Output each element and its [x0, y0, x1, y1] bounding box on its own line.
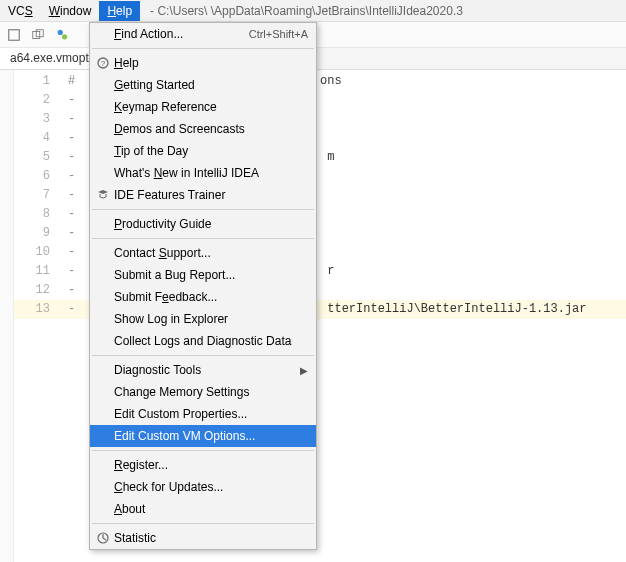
svg-point-4 — [62, 34, 67, 39]
menu-item-contact-support[interactable]: Contact Support... — [90, 242, 316, 264]
line-number: 2 — [14, 91, 60, 110]
menu-item-show-log[interactable]: Show Log in Explorer — [90, 308, 316, 330]
menu-item-tip-of-day[interactable]: Tip of the Day — [90, 140, 316, 162]
line-gutter: 1 2 3 4 5 6 7 8 9 10 11 12 13 — [14, 70, 60, 562]
line-number: 4 — [14, 129, 60, 148]
line-number: 7 — [14, 186, 60, 205]
submenu-arrow-icon: ▶ — [300, 365, 308, 376]
menu-item-whats-new[interactable]: What's New in IntelliJ IDEA — [90, 162, 316, 184]
menu-separator — [92, 209, 314, 210]
tool-icon-a[interactable] — [4, 25, 24, 45]
menu-item-bug-report[interactable]: Submit a Bug Report... — [90, 264, 316, 286]
menu-item-getting-started[interactable]: Getting Started — [90, 74, 316, 96]
menu-item-check-updates[interactable]: Check for Updates... — [90, 476, 316, 498]
menu-separator — [92, 48, 314, 49]
menu-separator — [92, 523, 314, 524]
shortcut-label: Ctrl+Shift+A — [249, 28, 308, 40]
menu-item-find-action[interactable]: Find Action... Ctrl+Shift+A — [90, 23, 316, 45]
line-number: 11 — [14, 262, 60, 281]
menu-separator — [92, 355, 314, 356]
line-number: 13 — [14, 300, 60, 319]
line-number: 6 — [14, 167, 60, 186]
line-number: 8 — [14, 205, 60, 224]
svg-rect-0 — [9, 29, 20, 40]
menu-item-keymap[interactable]: Keymap Reference — [90, 96, 316, 118]
menu-item-help[interactable]: ? Help — [90, 52, 316, 74]
line-number: 10 — [14, 243, 60, 262]
menu-item-productivity[interactable]: Productivity Guide — [90, 213, 316, 235]
line-number: 9 — [14, 224, 60, 243]
tool-icon-c[interactable] — [52, 25, 72, 45]
menu-item-collect-logs[interactable]: Collect Logs and Diagnostic Data — [90, 330, 316, 352]
menu-item-statistic[interactable]: Statistic — [90, 527, 316, 549]
svg-text:?: ? — [101, 59, 106, 68]
menu-item-edit-props[interactable]: Edit Custom Properties... — [90, 403, 316, 425]
svg-point-3 — [58, 29, 63, 34]
tool-icon-b[interactable] — [28, 25, 48, 45]
menu-separator — [92, 238, 314, 239]
menu-item-feedback[interactable]: Submit Feedback... — [90, 286, 316, 308]
menu-item-diagnostic-tools[interactable]: Diagnostic Tools ▶ — [90, 359, 316, 381]
menu-item-about[interactable]: About — [90, 498, 316, 520]
line-number: 1 — [14, 72, 60, 91]
menu-item-demos[interactable]: Demos and Screencasts — [90, 118, 316, 140]
window-title-path: - C:\Users\ \AppData\Roaming\JetBrains\I… — [140, 4, 626, 18]
line-number: 3 — [14, 110, 60, 129]
line-number: 5 — [14, 148, 60, 167]
menu-item-edit-vm-options[interactable]: Edit Custom VM Options... — [90, 425, 316, 447]
menu-vcs[interactable]: VCS — [0, 1, 41, 21]
menu-window[interactable]: Window — [41, 1, 100, 21]
menu-separator — [92, 450, 314, 451]
menubar: VCS Window Help - C:\Users\ \AppData\Roa… — [0, 0, 626, 22]
menu-item-change-memory[interactable]: Change Memory Settings — [90, 381, 316, 403]
menu-item-register[interactable]: Register... — [90, 454, 316, 476]
statistic-icon — [96, 531, 110, 545]
left-gutter — [0, 70, 14, 562]
menu-item-ide-features[interactable]: IDE Features Trainer — [90, 184, 316, 206]
menu-help[interactable]: Help — [99, 1, 140, 21]
help-icon: ? — [96, 56, 110, 70]
help-menu-dropdown: Find Action... Ctrl+Shift+A ? Help Getti… — [89, 22, 317, 550]
tab-file[interactable]: a64.exe.vmopt — [0, 48, 100, 69]
line-number: 12 — [14, 281, 60, 300]
trainer-icon — [96, 188, 110, 202]
